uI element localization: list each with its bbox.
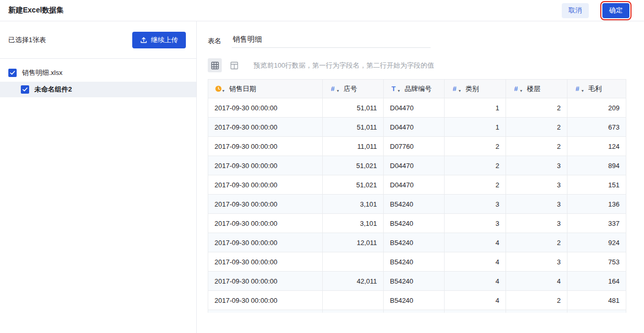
table-row: 2017-09-30 00:00:003,101B5424033136 xyxy=(208,195,626,214)
sheet-checkbox[interactable] xyxy=(21,85,29,94)
upload-button-label: 继续上传 xyxy=(151,35,178,45)
continue-upload-button[interactable]: 继续上传 xyxy=(132,32,186,48)
table-row: 2017-09-30 00:00:00B5424043753 xyxy=(208,252,626,272)
column-header-brand-no[interactable]: T▾品牌编号 xyxy=(384,80,445,98)
cell-gross-profit: 209 xyxy=(567,98,626,118)
cell-gross-profit: 151 xyxy=(567,175,626,195)
table-name-row: 表名 xyxy=(208,34,644,48)
dialog-body: 已选择1张表 继续上传 销售明细.xlsx xyxy=(0,21,644,333)
cell-brand-no: B54240 xyxy=(384,233,445,252)
cell-partial xyxy=(567,310,626,313)
sheet-name-label: 未命名组件2 xyxy=(34,85,72,94)
cell-partial xyxy=(323,310,384,313)
sidebar-item-file[interactable]: 销售明细.xlsx xyxy=(0,64,196,82)
cell-brand-no: D04470 xyxy=(384,98,445,118)
cell-store-no: 51,011 xyxy=(323,98,384,118)
cell-brand-no: B54240 xyxy=(384,291,445,310)
cell-category: 1 xyxy=(445,118,506,137)
cell-category: 1 xyxy=(445,98,506,118)
cell-store-no: 3,101 xyxy=(323,195,384,214)
table-row: 2017-09-30 00:00:0051,021D0447023894 xyxy=(208,156,626,175)
column-header-store-no[interactable]: #▾店号 xyxy=(323,80,384,98)
cell-floor: 2 xyxy=(506,98,567,118)
cell-gross-profit: 136 xyxy=(567,195,626,214)
cell-sale-date: 2017-09-30 00:00:00 xyxy=(208,118,323,137)
dialog-header: 新建Excel数据集 取消 确定 xyxy=(0,0,644,21)
column-label: 类别 xyxy=(465,84,479,94)
cell-floor: 2 xyxy=(506,137,567,156)
field-type-caret-icon[interactable]: ▾ xyxy=(398,88,400,93)
cell-category: 3 xyxy=(445,214,506,233)
field-type-caret-icon[interactable]: ▾ xyxy=(337,88,339,93)
grid-view-icon xyxy=(211,61,219,70)
column-label: 品牌编号 xyxy=(405,84,432,94)
cell-floor: 3 xyxy=(506,156,567,175)
number-field-type-icon[interactable]: # xyxy=(329,85,336,93)
cell-gross-profit: 673 xyxy=(567,118,626,137)
cell-store-no: 12,011 xyxy=(323,233,384,252)
cell-brand-no: B54240 xyxy=(384,272,445,291)
column-label: 毛利 xyxy=(588,84,602,94)
cell-partial xyxy=(506,310,567,313)
cell-sale-date: 2017-09-30 00:00:00 xyxy=(208,156,323,175)
column-view-icon xyxy=(230,61,238,70)
cell-store-no: 51,021 xyxy=(323,156,384,175)
cell-store-no xyxy=(323,291,384,310)
cell-category: 4 xyxy=(445,252,506,272)
selected-count-text: 已选择1张表 xyxy=(8,35,46,45)
cell-partial xyxy=(445,310,506,313)
date-field-type-icon[interactable] xyxy=(214,85,222,93)
cell-store-no: 51,011 xyxy=(323,118,384,137)
cell-sale-date: 2017-09-30 00:00:00 xyxy=(208,252,323,272)
field-type-caret-icon[interactable]: ▾ xyxy=(222,88,224,93)
cell-brand-no: D04470 xyxy=(384,175,445,195)
field-type-caret-icon[interactable]: ▾ xyxy=(582,88,584,93)
table-row: 2017-09-30 00:00:0042,011B5424044164 xyxy=(208,272,626,291)
column-header-gross-profit[interactable]: #▾毛利 xyxy=(567,80,626,98)
cell-floor: 3 xyxy=(506,214,567,233)
cell-brand-no: B54240 xyxy=(384,214,445,233)
table-row: 2017-09-30 00:00:0051,011D0447012209 xyxy=(208,98,626,118)
cell-sale-date: 2017-09-30 00:00:00 xyxy=(208,195,323,214)
number-field-type-icon[interactable]: # xyxy=(512,85,520,93)
number-field-type-icon[interactable]: # xyxy=(574,85,581,93)
file-name-label: 销售明细.xlsx xyxy=(22,68,62,78)
sidebar: 已选择1张表 继续上传 销售明细.xlsx xyxy=(0,21,197,333)
cell-gross-profit: 894 xyxy=(567,156,626,175)
number-field-type-icon[interactable]: # xyxy=(451,85,458,93)
file-checkbox[interactable] xyxy=(8,69,17,77)
cancel-button[interactable]: 取消 xyxy=(562,3,589,18)
column-header-floor[interactable]: #▾楼层 xyxy=(506,80,567,98)
table-row: 2017-09-30 00:00:003,101B5424033337 xyxy=(208,214,626,233)
cell-floor: 3 xyxy=(506,175,567,195)
cell-brand-no: D07760 xyxy=(384,137,445,156)
cell-gross-profit: 164 xyxy=(567,272,626,291)
confirm-button[interactable]: 确定 xyxy=(602,3,629,18)
cell-sale-date: 2017-09-30 00:00:00 xyxy=(208,272,323,291)
cell-gross-profit: 481 xyxy=(567,291,626,310)
column-view-button[interactable] xyxy=(227,58,241,72)
column-label: 销售日期 xyxy=(229,84,256,94)
cell-brand-no: B54240 xyxy=(384,195,445,214)
cell-gross-profit: 337 xyxy=(567,214,626,233)
table-row-partial xyxy=(208,310,626,313)
new-excel-dataset-dialog: 新建Excel数据集 取消 确定 已选择1张表 继续上传 xyxy=(0,0,644,333)
cell-store-no: 42,011 xyxy=(323,272,384,291)
column-header-category[interactable]: #▾类别 xyxy=(445,80,506,98)
table-name-label: 表名 xyxy=(208,36,221,46)
cell-category: 4 xyxy=(445,233,506,252)
dialog-title: 新建Excel数据集 xyxy=(8,6,64,15)
table-header-row: ▾销售日期#▾店号T▾品牌编号#▾类别#▾楼层#▾毛利 xyxy=(208,80,626,98)
field-type-caret-icon[interactable]: ▾ xyxy=(459,88,461,93)
field-type-caret-icon[interactable]: ▾ xyxy=(520,88,522,93)
grid-view-button[interactable] xyxy=(208,58,222,72)
column-header-sale-date[interactable]: ▾销售日期 xyxy=(208,80,323,98)
cell-store-no: 11,011 xyxy=(323,137,384,156)
cell-store-no xyxy=(323,252,384,272)
cell-sale-date: 2017-09-30 00:00:00 xyxy=(208,137,323,156)
cell-gross-profit: 124 xyxy=(567,137,626,156)
table-name-input[interactable] xyxy=(232,34,431,48)
dialog-actions: 取消 确定 xyxy=(562,3,636,18)
text-field-type-icon[interactable]: T xyxy=(390,85,397,93)
sidebar-item-sheet-selected[interactable]: 未命名组件2 xyxy=(0,82,196,97)
